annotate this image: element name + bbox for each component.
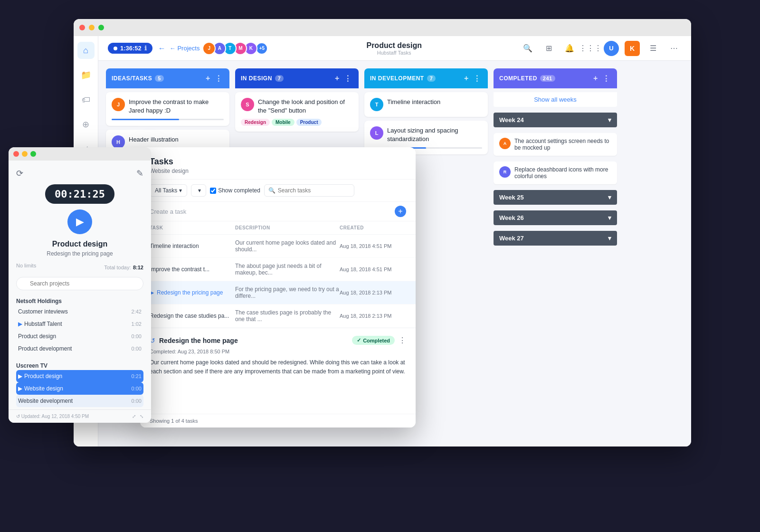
timer-close-btn[interactable]: [13, 151, 19, 157]
col-title-ideas: IDEAS/TASKS: [112, 75, 152, 82]
task-row-2[interactable]: Improve the contrast t... The about page…: [140, 258, 416, 281]
tasks-modal: Tasks Website design All Tasks ▾ ▾ Show …: [140, 147, 416, 428]
tasks-modal-header: Tasks Website design: [140, 147, 416, 180]
card-design-1[interactable]: S Change the look and position of the "S…: [235, 92, 359, 132]
col-menu-completed[interactable]: ⋮: [601, 73, 611, 84]
company-netsoft-header: Netsoft Holdings: [16, 296, 143, 305]
sidebar-icon-folder[interactable]: 📁: [77, 66, 95, 84]
big-timer-value: 00:21:25: [55, 188, 105, 200]
completed-avatar-2: R: [499, 166, 511, 178]
project-time-npd: 0:00: [132, 333, 142, 339]
show-completed-label: Show completed: [218, 187, 260, 194]
col-add-dev[interactable]: +: [461, 73, 472, 84]
task-row-1[interactable]: Timeline interaction Our current home pa…: [140, 235, 416, 258]
timer-display[interactable]: 1:36:52 ℹ: [108, 43, 152, 54]
project-name-ht: Hubstaff Talent: [24, 321, 62, 327]
timer-minimize-btn[interactable]: [22, 151, 28, 157]
timer-edit-icon[interactable]: ✎: [136, 168, 143, 179]
completed-card-text-1: The account settings screen needs to be …: [514, 138, 611, 151]
sidebar-icon-add[interactable]: ⊕: [77, 116, 95, 133]
tasks-table-header: TASK DESCRIPTION CREATED: [140, 221, 416, 235]
timer-play-button[interactable]: ▶: [67, 209, 92, 234]
search-projects-input[interactable]: [16, 277, 143, 290]
week-27-chevron: ▾: [608, 235, 611, 242]
grid-icon[interactable]: ⋮⋮⋮: [583, 41, 598, 56]
timer-footer-actions: ⤢ ⤡: [132, 414, 143, 419]
close-button[interactable]: [79, 25, 85, 30]
task-row-4[interactable]: Redesign the case studies pa... The case…: [140, 304, 416, 328]
project-website-design[interactable]: ▶ Website design 0:00: [16, 382, 143, 395]
filter-dropdown-2[interactable]: ▾: [191, 184, 206, 197]
project-time-upd: 0:21: [132, 373, 142, 379]
project-netsoft-pd[interactable]: Product design 0:00: [16, 330, 143, 342]
week-24[interactable]: Week 24 ▾: [494, 113, 617, 127]
completed-task-title-area: ↺ Redesign the home page: [150, 337, 238, 344]
task-title-2: Improve the contrast t...: [150, 266, 209, 273]
task-name-2: Improve the contrast t...: [150, 266, 235, 273]
task-row-3[interactable]: ▶ Redesign the pricing page For the pric…: [140, 281, 416, 304]
project-website-dev[interactable]: Website development 0:00: [16, 395, 143, 407]
bell-icon[interactable]: 🔔: [562, 41, 577, 56]
tasks-footer: Showing 1 of 4 tasks: [140, 414, 416, 428]
timer-refresh-icon[interactable]: ⟳: [16, 168, 23, 179]
show-all-weeks[interactable]: Show all weeks: [494, 92, 617, 107]
user-avatar[interactable]: U: [604, 41, 619, 56]
col-menu-dev[interactable]: ⋮: [472, 73, 482, 84]
col-title-design: IN DESIGN: [241, 75, 272, 82]
top-nav-right: 🔍 ⊞ 🔔 ⋮⋮⋮ U K ☰ ⋯: [520, 41, 682, 56]
show-completed-check[interactable]: Show completed: [210, 187, 260, 194]
back-label[interactable]: ← Projects: [170, 45, 200, 52]
col-add-ideas[interactable]: +: [203, 73, 213, 84]
all-tasks-dropdown[interactable]: All Tasks ▾: [150, 184, 187, 197]
sidebar-icon-tag[interactable]: 🏷: [77, 91, 95, 108]
col-title-completed: COMPLETED: [499, 75, 537, 82]
timer-maximize-btn[interactable]: [30, 151, 36, 157]
task-title-1: Timeline interaction: [150, 243, 199, 249]
project-time-wd: 0:00: [132, 386, 142, 391]
project-name-pdev: Product development: [18, 345, 72, 352]
maximize-button[interactable]: [98, 25, 104, 30]
week-27[interactable]: Week 27 ▾: [494, 231, 617, 246]
create-task-placeholder[interactable]: Create a task: [150, 208, 186, 215]
timer-expand-icon[interactable]: ⤢: [132, 414, 136, 419]
user-k-avatar[interactable]: K: [625, 41, 640, 56]
top-nav: 1:36:52 ℹ ← ← Projects J A T M K +5: [98, 36, 691, 61]
total-today: Total today: 8:12: [104, 263, 143, 271]
completed-card-1[interactable]: A The account settings screen needs to b…: [494, 133, 617, 156]
minimize-button[interactable]: [89, 25, 95, 30]
week-26-chevron: ▾: [608, 214, 611, 221]
timer-popup: ⟳ ✎ 00:21:25 ▶ Product design Redesign t…: [9, 147, 151, 423]
col-add-completed[interactable]: +: [590, 73, 601, 84]
col-menu-ideas[interactable]: ⋮: [213, 73, 224, 84]
card-dev-1[interactable]: T Timeline interaction: [364, 92, 488, 117]
sidebar-icon-home[interactable]: ⌂: [77, 42, 95, 59]
task-name-1: Timeline interaction: [150, 243, 235, 249]
avatar-1: J: [202, 42, 216, 55]
col-menu-design[interactable]: ⋮: [342, 73, 353, 84]
card-progress-1: [112, 119, 224, 120]
view-toggle-icon[interactable]: ☰: [646, 41, 661, 56]
show-completed-checkbox[interactable]: [210, 188, 216, 194]
add-task-button[interactable]: +: [395, 206, 406, 217]
nav-left: ← ← Projects: [158, 44, 200, 53]
completed-more-icon[interactable]: ⋮: [399, 336, 406, 345]
card-avatar-dev-2: L: [370, 126, 383, 140]
project-hubstaff-talent[interactable]: ▶ Hubstaff Talent 1:02: [16, 318, 143, 330]
completed-card-2[interactable]: R Replace deashboard icons with more col…: [494, 162, 617, 184]
columns-icon[interactable]: ⊞: [541, 41, 556, 56]
card-ideas-1[interactable]: J Improve the contrast to make Jared hap…: [106, 92, 229, 126]
timer-collapse-icon[interactable]: ⤡: [140, 414, 143, 419]
project-customer-interviews[interactable]: Customer inteviews 2:42: [16, 305, 143, 318]
search-icon[interactable]: 🔍: [520, 41, 535, 56]
tasks-modal-sub: Website design: [150, 168, 406, 174]
more-icon[interactable]: ⋯: [666, 41, 682, 56]
column-header-ideas: IDEAS/TASKS 5 + ⋮: [106, 68, 229, 88]
card-user-design-1: S Change the look and position of the "S…: [241, 98, 353, 115]
col-add-design[interactable]: +: [332, 73, 342, 84]
project-uscreen-pd[interactable]: ▶ Product design 0:21: [16, 370, 143, 382]
search-tasks-input[interactable]: [264, 184, 354, 197]
timer-icons-row: ⟳ ✎: [16, 168, 143, 179]
week-26[interactable]: Week 26 ▾: [494, 210, 617, 225]
project-product-dev[interactable]: Product development 0:00: [16, 342, 143, 355]
week-25[interactable]: Week 25 ▾: [494, 190, 617, 205]
